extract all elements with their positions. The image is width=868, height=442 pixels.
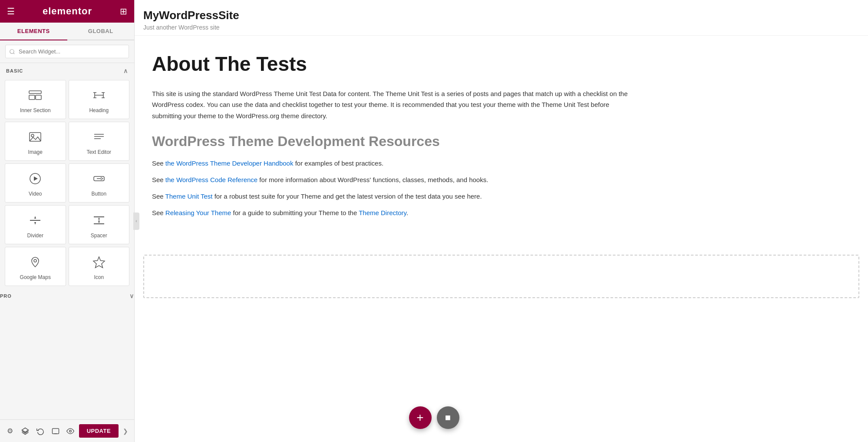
- resource-4-link2[interactable]: Theme Directory: [359, 209, 406, 216]
- responsive-icon-btn[interactable]: [49, 423, 62, 439]
- icon-label: Icon: [94, 274, 104, 280]
- svg-marker-16: [34, 176, 38, 181]
- basic-widget-grid: Inner Section Heading: [0, 79, 134, 291]
- empty-drop-zone: [143, 255, 859, 298]
- resource-4-suffix2: .: [406, 209, 408, 216]
- widget-text-editor[interactable]: Text Editor: [69, 122, 130, 161]
- site-title: MyWordPressSite: [143, 9, 868, 22]
- video-label: Video: [29, 191, 42, 197]
- button-icon: [92, 172, 106, 187]
- site-tagline: Just another WordPress site: [143, 24, 868, 31]
- image-label: Image: [28, 149, 43, 155]
- elementor-logo: elementor: [43, 6, 92, 17]
- resource-4-link[interactable]: Releasing Your Theme: [165, 209, 231, 216]
- fab-container: + ■: [409, 406, 459, 429]
- widget-icon[interactable]: Icon: [69, 247, 130, 286]
- layers-icon-btn[interactable]: [19, 423, 32, 439]
- main-content: MyWordPressSite Just another WordPress s…: [135, 0, 868, 442]
- svg-rect-10: [30, 133, 41, 141]
- text-editor-icon: [92, 130, 106, 146]
- svg-rect-30: [52, 429, 59, 434]
- list-item: See the WordPress Code Reference for mor…: [152, 175, 638, 185]
- fab-add-button[interactable]: +: [409, 406, 432, 429]
- search-container: [0, 40, 134, 63]
- page-title: About The Tests: [152, 53, 638, 75]
- resource-4-suffix: for a guide to submitting your Theme to …: [231, 209, 359, 216]
- button-label: Button: [91, 191, 106, 197]
- icon-widget-icon: [92, 255, 106, 271]
- update-button[interactable]: UPDATE: [79, 424, 119, 438]
- resource-3-link[interactable]: Theme Unit Test: [165, 193, 213, 200]
- content-area: About The Tests This site is using the s…: [135, 36, 656, 242]
- sidebar-header: ☰ elementor ⊞: [0, 0, 134, 23]
- svg-rect-2: [36, 95, 41, 100]
- svg-point-32: [69, 430, 72, 432]
- list-item: See Theme Unit Test for a robust test su…: [152, 191, 638, 202]
- resource-4-prefix: See: [152, 209, 165, 216]
- svg-rect-1: [29, 95, 35, 100]
- resource-2-prefix: See: [152, 176, 165, 183]
- google-maps-icon: [28, 255, 42, 271]
- fab-stop-button[interactable]: ■: [437, 406, 459, 429]
- pro-section-label[interactable]: PRO ∨: [0, 291, 134, 301]
- basic-chevron-icon: ∧: [123, 67, 128, 74]
- svg-marker-20: [34, 216, 36, 219]
- svg-marker-28: [93, 257, 105, 268]
- resource-1-link[interactable]: the WordPress Theme Developer Handbook: [165, 160, 294, 167]
- divider-icon: [28, 213, 42, 229]
- widget-google-maps[interactable]: Google Maps: [5, 247, 66, 286]
- widget-spacer[interactable]: Spacer: [69, 205, 130, 244]
- resources-heading: WordPress Theme Development Resources: [152, 133, 638, 150]
- sidebar: ☰ elementor ⊞ ELEMENTS GLOBAL BASIC ∧ In…: [0, 0, 135, 442]
- svg-marker-26: [98, 221, 100, 223]
- basic-label: BASIC: [6, 68, 23, 73]
- sidebar-collapse-handle[interactable]: ‹: [133, 213, 139, 230]
- tab-elements[interactable]: ELEMENTS: [0, 23, 67, 40]
- resource-list: See the WordPress Theme Developer Handbo…: [152, 158, 638, 218]
- widget-button[interactable]: Button: [69, 163, 130, 203]
- svg-point-27: [34, 259, 36, 262]
- resource-3-prefix: See: [152, 193, 165, 200]
- preview-icon-btn[interactable]: [64, 423, 77, 439]
- sidebar-tabs: ELEMENTS GLOBAL: [0, 23, 134, 40]
- grid-icon[interactable]: ⊞: [120, 6, 127, 17]
- svg-marker-25: [98, 218, 100, 219]
- heading-icon: [92, 88, 106, 104]
- video-icon: [28, 172, 42, 187]
- divider-label: Divider: [27, 233, 43, 239]
- inner-section-label: Inner Section: [20, 107, 51, 113]
- pro-label: PRO: [0, 293, 12, 299]
- basic-section-label[interactable]: BASIC ∧: [0, 63, 134, 79]
- list-item: See the WordPress Theme Developer Handbo…: [152, 158, 638, 169]
- page-intro: This site is using the standard WordPres…: [152, 88, 638, 122]
- resource-1-prefix: See: [152, 160, 165, 167]
- svg-point-11: [31, 134, 34, 137]
- hamburger-icon[interactable]: ☰: [7, 6, 15, 17]
- resource-3-suffix: for a robust test suite for your Theme a…: [213, 193, 482, 200]
- spacer-icon: [92, 213, 106, 229]
- tab-global[interactable]: GLOBAL: [67, 23, 135, 40]
- list-item: See Releasing Your Theme for a guide to …: [152, 208, 638, 218]
- widget-divider[interactable]: Divider: [5, 205, 66, 244]
- text-editor-label: Text Editor: [86, 149, 111, 155]
- settings-icon-btn[interactable]: ⚙: [3, 423, 17, 439]
- search-input[interactable]: [5, 45, 129, 58]
- image-icon: [28, 130, 42, 146]
- resource-1-suffix: for examples of best practices.: [293, 160, 383, 167]
- widget-video[interactable]: Video: [5, 163, 66, 203]
- resource-2-link[interactable]: the WordPress Code Reference: [165, 176, 257, 183]
- resource-2-suffix: for more information about WordPress' fu…: [257, 176, 488, 183]
- inner-section-icon: [28, 88, 42, 104]
- heading-label: Heading: [89, 107, 109, 113]
- svg-marker-21: [34, 222, 36, 225]
- widget-inner-section[interactable]: Inner Section: [5, 80, 66, 119]
- sidebar-footer: ⚙ UPDATE ❯: [0, 419, 134, 442]
- widget-image[interactable]: Image: [5, 122, 66, 161]
- history-icon-btn[interactable]: [33, 423, 47, 439]
- spacer-label: Spacer: [91, 233, 107, 239]
- footer-collapse-btn[interactable]: ❯: [120, 423, 131, 439]
- svg-rect-0: [29, 91, 41, 93]
- widget-heading[interactable]: Heading: [69, 80, 130, 119]
- site-header: MyWordPressSite Just another WordPress s…: [135, 0, 868, 36]
- google-maps-label: Google Maps: [20, 274, 51, 280]
